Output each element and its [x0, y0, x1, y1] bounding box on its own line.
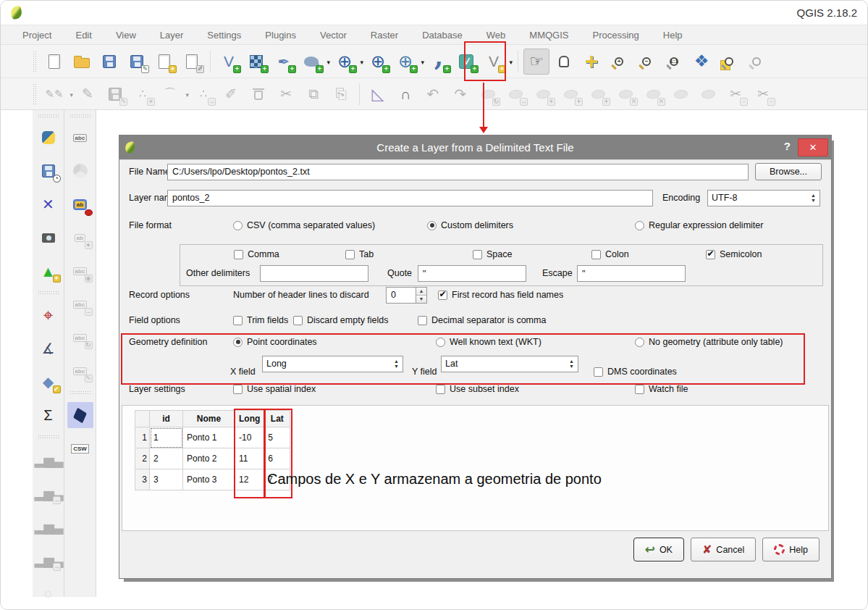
add-vector-layer-icon[interactable]: V+	[216, 49, 242, 75]
checkbox-icon[interactable]	[438, 291, 447, 300]
checkbox-icon[interactable]	[418, 316, 427, 325]
menu-database[interactable]: Database	[422, 30, 463, 41]
azimuth-measure-icon[interactable]: ∡	[35, 335, 62, 362]
table-cell[interactable]: Ponto 1	[183, 427, 235, 448]
topology-checker-icon[interactable]: ✕	[35, 191, 62, 217]
menu-web[interactable]: Web	[486, 30, 506, 41]
space-checkbox[interactable]: Space	[473, 249, 512, 259]
row-header[interactable]: 2	[135, 448, 150, 469]
layer-name-input[interactable]: pontos_2	[167, 190, 653, 206]
add-spatialite-layer-icon[interactable]: ✒+	[271, 49, 297, 75]
csw-metasearch-icon[interactable]: CSW	[67, 435, 93, 461]
layer-labeling-options-icon[interactable]: ab●	[67, 191, 93, 217]
ok-button[interactable]: ↩ OK	[633, 538, 684, 561]
checkbox-icon[interactable]	[345, 250, 355, 259]
other-delimiters-input[interactable]	[260, 265, 368, 282]
zoom-in-icon[interactable]: +	[606, 49, 632, 75]
use-subset-index-checkbox[interactable]: Use subset index	[436, 384, 519, 394]
radio-icon[interactable]	[635, 338, 644, 347]
dialog-help-button[interactable]: ?	[784, 140, 791, 152]
spinner-arrows-icon[interactable]: ▲▼	[569, 359, 574, 369]
table-cell[interactable]: Ponto 2	[183, 448, 235, 469]
radio-icon[interactable]	[233, 221, 243, 230]
custom-delimiters-radio[interactable]: Custom delimiters	[427, 220, 513, 230]
comma-checkbox[interactable]: Comma	[234, 249, 279, 259]
semicolon-checkbox[interactable]: Semicolon	[706, 249, 762, 259]
dialog-close-button[interactable]: ✕	[798, 138, 828, 156]
add-virtual-layer-icon[interactable]: +	[453, 49, 479, 75]
table-cell[interactable]: 6	[264, 448, 290, 469]
save-temporal-icon[interactable]: ◔	[35, 158, 62, 184]
zoom-native-icon[interactable]: 1:1	[661, 49, 687, 75]
dialog-titlebar[interactable]: Create a Layer from a Delimited Text Fil…	[119, 135, 831, 159]
csv-comma-separated-values-radio[interactable]: CSV (comma separated values)	[233, 220, 375, 230]
measure-triangle-icon[interactable]: ◺	[365, 81, 391, 107]
table-cell[interactable]: 5	[264, 427, 290, 448]
menu-help[interactable]: Help	[663, 30, 683, 41]
row-header[interactable]: 3	[135, 469, 150, 490]
check-geometries-icon[interactable]: ◆✔	[35, 369, 62, 395]
checkbox-icon[interactable]	[591, 250, 601, 259]
checkbox-icon[interactable]	[233, 385, 243, 394]
add-delimited-text-layer-icon[interactable]: ,+	[426, 49, 452, 75]
add-wms-layer-icon[interactable]: ⊕+▾	[332, 49, 358, 75]
watch-file-checkbox[interactable]: Watch file	[635, 384, 688, 394]
open-project-icon[interactable]	[69, 49, 95, 75]
table-cell[interactable]: 2	[150, 448, 183, 469]
y-field-select[interactable]: Lat ▲▼	[441, 356, 578, 372]
checkbox-icon[interactable]	[234, 250, 243, 259]
checkbox-icon[interactable]	[436, 385, 445, 394]
menu-view[interactable]: View	[116, 30, 136, 41]
checkbox-icon[interactable]	[293, 316, 303, 325]
use-spatial-index-checkbox[interactable]: Use spatial index	[233, 384, 316, 394]
menu-processing[interactable]: Processing	[592, 30, 639, 41]
table-cell[interactable]: Ponto 3	[183, 469, 235, 490]
snapping-magnet-icon[interactable]: ∩	[392, 81, 418, 107]
table-cell[interactable]: 3	[150, 469, 183, 490]
statistics-sum-icon[interactable]: Σ	[35, 402, 62, 428]
browse-button[interactable]: Browse...	[755, 163, 822, 180]
table-cell[interactable]: 1	[150, 427, 183, 448]
row-header[interactable]: 1	[135, 427, 150, 448]
menu-project[interactable]: Project	[22, 30, 51, 41]
zoom-to-selection-icon[interactable]	[716, 49, 742, 75]
dms-coordinates-checkbox[interactable]: DMS coordinates	[594, 367, 677, 377]
column-header-long[interactable]: Long	[235, 411, 264, 427]
zoom-full-icon[interactable]: ❖	[688, 49, 715, 75]
menu-plugins[interactable]: Plugins	[265, 30, 296, 41]
pan-map-to-selection-icon[interactable]	[578, 49, 604, 75]
mmqgis-tile-icon[interactable]	[67, 402, 93, 428]
spinner-arrows-icon[interactable]: ▲▼	[811, 193, 816, 203]
python-console-icon[interactable]	[35, 125, 62, 151]
help-button[interactable]: Help	[762, 538, 819, 561]
radio-icon[interactable]	[233, 338, 243, 347]
new-project-icon[interactable]	[41, 49, 67, 75]
checkbox-icon[interactable]	[635, 385, 644, 394]
add-raster-layer-icon[interactable]: +	[243, 49, 269, 75]
add-wfs-layer-icon[interactable]: ⊕+▾	[392, 49, 418, 75]
checkbox-icon[interactable]	[594, 367, 603, 377]
cancel-button[interactable]: ✘ Cancel	[691, 538, 756, 561]
new-shapefile-icon[interactable]: ▲✶	[35, 258, 62, 284]
touch-zoom-pan-icon[interactable]: ☞	[523, 49, 549, 75]
no-geometry-attribute-only-table-radio[interactable]: No geometry (attribute only table)	[635, 337, 783, 347]
header-lines-spinbox[interactable]: 0	[386, 287, 416, 304]
column-header-lat[interactable]: Lat	[264, 411, 290, 427]
table-cell[interactable]: 12	[235, 469, 264, 490]
pan-map-icon[interactable]	[551, 49, 577, 75]
point-coordinates-radio[interactable]: Point coordinates	[233, 337, 317, 347]
label-toolbar-icon[interactable]: abc	[67, 125, 93, 151]
menu-vector[interactable]: Vector	[320, 30, 347, 41]
x-field-select[interactable]: Long ▲▼	[262, 356, 403, 372]
file-name-input[interactable]: C:/Users/lpo/Desktop/pontos_2.txt	[167, 164, 749, 180]
encoding-select[interactable]: UTF-8 ▲▼	[707, 190, 820, 206]
gps-tracking-icon[interactable]: ⌖	[35, 302, 62, 328]
checkbox-icon[interactable]	[233, 316, 243, 325]
add-wcs-layer-icon[interactable]: ⊕+	[365, 49, 391, 75]
map-composer-image-icon[interactable]	[35, 225, 62, 251]
discard-empty-fields-checkbox[interactable]: Discard empty fields	[293, 315, 389, 325]
radio-icon[interactable]	[436, 338, 445, 347]
tab-checkbox[interactable]: Tab	[345, 249, 374, 259]
trim-fields-checkbox[interactable]: Trim fields	[233, 315, 288, 325]
first-record-checkbox[interactable]: First record has field names	[438, 290, 563, 300]
